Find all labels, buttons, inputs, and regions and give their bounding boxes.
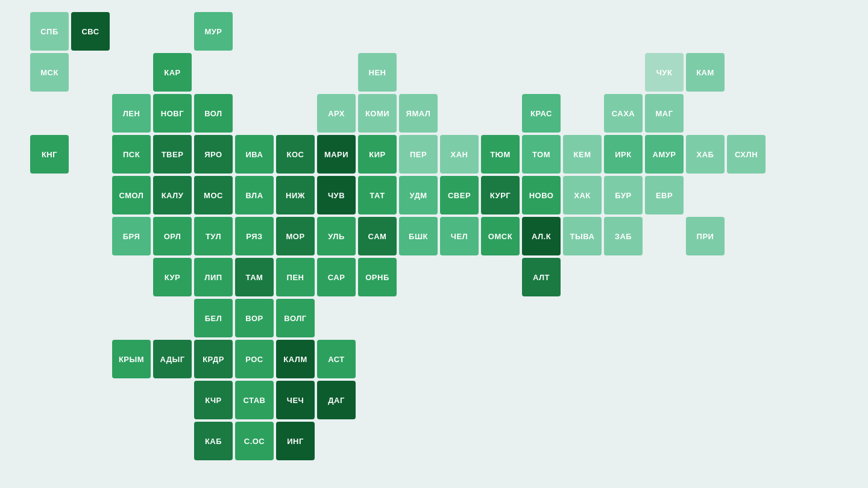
region-каб[interactable]: КАБ xyxy=(194,422,233,460)
region-алк[interactable]: АЛ.К xyxy=(522,217,561,255)
region-лен[interactable]: ЛЕН xyxy=(112,94,151,133)
region-инг[interactable]: ИНГ xyxy=(276,422,315,460)
region-бур[interactable]: БУР xyxy=(604,176,643,214)
region-мари[interactable]: МАРИ xyxy=(317,135,356,174)
region-кир[interactable]: КИР xyxy=(358,135,397,174)
region-омск[interactable]: ОМСК xyxy=(481,217,520,255)
region-ниж[interactable]: НИЖ xyxy=(276,176,315,214)
region-тюм[interactable]: ТЮМ xyxy=(481,135,520,174)
region-тул[interactable]: ТУЛ xyxy=(194,217,233,255)
region-тыва[interactable]: ТЫВА xyxy=(563,217,602,255)
region-орл[interactable]: ОРЛ xyxy=(153,217,192,255)
region-при[interactable]: ПРИ xyxy=(686,217,725,255)
region-пен[interactable]: ПЕН xyxy=(276,258,315,296)
region-чел[interactable]: ЧЕЛ xyxy=(440,217,479,255)
region-свс[interactable]: СВС xyxy=(71,12,110,51)
region-чеч[interactable]: ЧЕЧ xyxy=(276,381,315,419)
region-бел[interactable]: БЕЛ xyxy=(194,299,233,337)
russia-map: СПБСВСМУРМСККАРНЕНЧУККАМЛЕННОВГВОЛАРХКОМ… xyxy=(0,0,868,488)
region-вла[interactable]: ВЛА xyxy=(235,176,274,214)
region-маг[interactable]: МАГ xyxy=(645,94,684,133)
region-даг[interactable]: ДАГ xyxy=(317,381,356,419)
region-свер[interactable]: СВЕР xyxy=(440,176,479,214)
region-чув[interactable]: ЧУВ xyxy=(317,176,356,214)
region-мос[interactable]: МОС xyxy=(194,176,233,214)
region-мор[interactable]: МОР xyxy=(276,217,315,255)
region-арх[interactable]: АРХ xyxy=(317,94,356,133)
region-став[interactable]: СТАВ xyxy=(235,381,274,419)
region-кнг[interactable]: КНГ xyxy=(30,135,69,174)
region-ямал[interactable]: ЯМАЛ xyxy=(399,94,438,133)
region-волг[interactable]: ВОЛГ xyxy=(276,299,315,337)
region-новг[interactable]: НОВГ xyxy=(153,94,192,133)
region-чук[interactable]: ЧУК xyxy=(645,53,684,92)
region-адыг[interactable]: АДЫГ xyxy=(153,340,192,378)
region-калм[interactable]: КАЛМ xyxy=(276,340,315,378)
region-кам[interactable]: КАМ xyxy=(686,53,725,92)
region-спб[interactable]: СПБ xyxy=(30,12,69,51)
region-кур[interactable]: КУР xyxy=(153,258,192,296)
region-коми[interactable]: КОМИ xyxy=(358,94,397,133)
region-орнб[interactable]: ОРНБ xyxy=(358,258,397,296)
region-ново[interactable]: НОВО xyxy=(522,176,561,214)
region-тат[interactable]: ТАТ xyxy=(358,176,397,214)
region-ива[interactable]: ИВА xyxy=(235,135,274,174)
region-сос[interactable]: С.ОС xyxy=(235,422,274,460)
region-амур[interactable]: АМУР xyxy=(645,135,684,174)
region-бшк[interactable]: БШК xyxy=(399,217,438,255)
region-аст[interactable]: АСТ xyxy=(317,340,356,378)
region-удм[interactable]: УДМ xyxy=(399,176,438,214)
region-нен[interactable]: НЕН xyxy=(358,53,397,92)
region-кург[interactable]: КУРГ xyxy=(481,176,520,214)
region-ирк[interactable]: ИРК xyxy=(604,135,643,174)
region-заб[interactable]: ЗАБ xyxy=(604,217,643,255)
region-крас[interactable]: КРАС xyxy=(522,94,561,133)
region-схлн[interactable]: СХЛН xyxy=(727,135,766,174)
region-хан[interactable]: ХАН xyxy=(440,135,479,174)
region-пер[interactable]: ПЕР xyxy=(399,135,438,174)
region-сар[interactable]: САР xyxy=(317,258,356,296)
region-том[interactable]: ТОМ xyxy=(522,135,561,174)
region-кос[interactable]: КОС xyxy=(276,135,315,174)
region-бря[interactable]: БРЯ xyxy=(112,217,151,255)
region-сам[interactable]: САМ xyxy=(358,217,397,255)
region-крдр[interactable]: КРДР xyxy=(194,340,233,378)
region-крым[interactable]: КРЫМ xyxy=(112,340,151,378)
region-ряз[interactable]: РЯЗ xyxy=(235,217,274,255)
region-пск[interactable]: ПСК xyxy=(112,135,151,174)
region-алт[interactable]: АЛТ xyxy=(522,258,561,296)
region-смол[interactable]: СМОЛ xyxy=(112,176,151,214)
region-евр[interactable]: ЕВР xyxy=(645,176,684,214)
region-рос[interactable]: РОС xyxy=(235,340,274,378)
region-саха[interactable]: САХА xyxy=(604,94,643,133)
region-калу[interactable]: КАЛУ xyxy=(153,176,192,214)
region-кар[interactable]: КАР xyxy=(153,53,192,92)
region-вол[interactable]: ВОЛ xyxy=(194,94,233,133)
region-хаб[interactable]: ХАБ xyxy=(686,135,725,174)
region-хак[interactable]: ХАК xyxy=(563,176,602,214)
region-мск[interactable]: МСК xyxy=(30,53,69,92)
region-кем[interactable]: КЕМ xyxy=(563,135,602,174)
region-уль[interactable]: УЛЬ xyxy=(317,217,356,255)
region-вор[interactable]: ВОР xyxy=(235,299,274,337)
region-лип[interactable]: ЛИП xyxy=(194,258,233,296)
region-мур[interactable]: МУР xyxy=(194,12,233,51)
region-яро[interactable]: ЯРО xyxy=(194,135,233,174)
region-твер[interactable]: ТВЕР xyxy=(153,135,192,174)
region-там[interactable]: ТАМ xyxy=(235,258,274,296)
region-кчр[interactable]: КЧР xyxy=(194,381,233,419)
